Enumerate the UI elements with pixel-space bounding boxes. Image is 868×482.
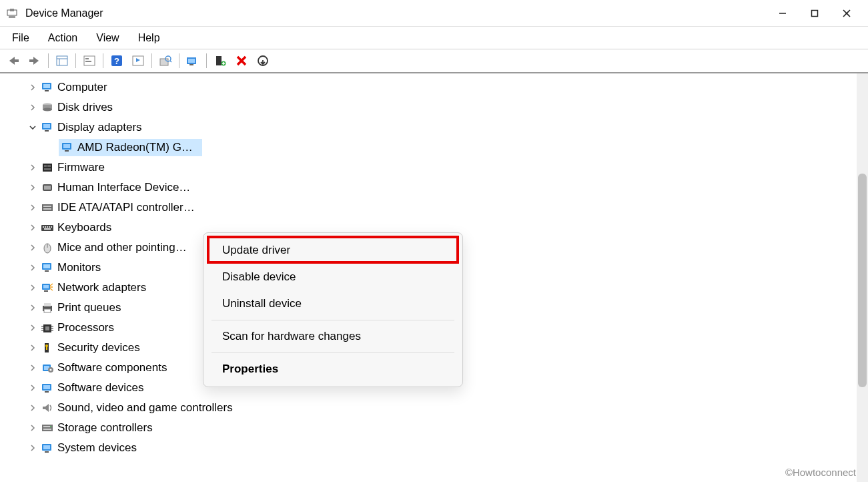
chevron-right-icon[interactable]: [27, 184, 39, 191]
tree-node[interactable]: Display adapters: [0, 117, 868, 138]
hid-icon: [40, 181, 55, 194]
chevron-right-icon[interactable]: [27, 84, 39, 91]
chevron-right-icon[interactable]: [27, 365, 39, 371]
tree-node-label: Computer: [57, 81, 107, 94]
system-icon: [40, 441, 55, 455]
network-icon: [40, 281, 55, 294]
tree-node[interactable]: Firmware: [0, 158, 868, 178]
chevron-right-icon[interactable]: [27, 244, 39, 251]
menu-help[interactable]: Help: [130, 29, 168, 47]
tree-node[interactable]: Human Interface Device…: [0, 178, 868, 198]
monitor-icon: [40, 261, 55, 274]
uninstall-device-icon[interactable]: [232, 51, 251, 70]
svg-rect-70: [44, 309, 51, 312]
chevron-right-icon[interactable]: [27, 224, 39, 231]
svg-rect-25: [216, 56, 222, 65]
minimize-button[interactable]: [767, 1, 799, 25]
tree-node-label: IDE ATA/ATAPI controller…: [57, 201, 195, 214]
chevron-right-icon[interactable]: [27, 164, 39, 171]
vertical-scrollbar[interactable]: [857, 73, 868, 482]
back-icon[interactable]: [4, 51, 23, 70]
chevron-right-icon[interactable]: [27, 425, 39, 431]
svg-rect-47: [44, 168, 51, 170]
tree-node-label: AMD Radeon(TM) G…: [77, 141, 193, 154]
tree-node-label: Storage controllers: [57, 421, 153, 435]
svg-rect-4: [812, 10, 818, 16]
svg-rect-23: [188, 59, 195, 63]
update-driver-icon[interactable]: [183, 51, 202, 70]
tree-node-label: Print queues: [57, 301, 121, 314]
close-button[interactable]: [831, 1, 863, 25]
svg-rect-24: [189, 64, 193, 65]
menubar: File Action View Help: [0, 27, 868, 49]
svg-rect-46: [47, 165, 51, 167]
svg-rect-13: [85, 58, 89, 59]
menu-action[interactable]: Action: [40, 29, 85, 47]
window-controls: [767, 1, 863, 25]
maximize-button[interactable]: [799, 1, 831, 25]
svg-text:?: ?: [114, 56, 119, 66]
tree-node[interactable]: AMD Radeon(TM) G…: [0, 138, 868, 158]
chevron-right-icon[interactable]: [27, 104, 39, 111]
tree-node[interactable]: IDE ATA/ATAPI controller…: [0, 198, 868, 218]
context-disable-device[interactable]: Disable device: [203, 264, 462, 290]
disable-device-circle-icon[interactable]: [254, 51, 272, 70]
properties-panel-icon[interactable]: [80, 51, 99, 70]
svg-rect-63: [43, 264, 50, 268]
chevron-right-icon[interactable]: [27, 284, 39, 291]
chevron-right-icon[interactable]: [27, 304, 39, 311]
tree-node-label: Software components: [57, 361, 167, 375]
svg-rect-33: [43, 84, 50, 88]
svg-rect-81: [46, 346, 47, 350]
forward-icon[interactable]: [25, 51, 44, 70]
chevron-right-icon[interactable]: [27, 264, 39, 271]
svg-marker-18: [136, 58, 140, 62]
scrollbar-thumb[interactable]: [858, 174, 867, 387]
tree-node[interactable]: Sound, video and game controllers: [0, 398, 868, 418]
menu-file[interactable]: File: [4, 29, 37, 47]
tree-node[interactable]: Storage controllers: [0, 418, 868, 438]
monitor-icon: [40, 81, 55, 94]
chevron-right-icon[interactable]: [27, 385, 39, 391]
svg-rect-67: [44, 290, 48, 292]
ide-icon: [40, 201, 55, 214]
svg-rect-43: [65, 150, 69, 152]
chevron-right-icon[interactable]: [27, 344, 39, 351]
firmware-icon: [40, 161, 55, 174]
tree-node[interactable]: System devices: [0, 438, 868, 458]
chevron-right-icon[interactable]: [27, 405, 39, 411]
tree-node-label: Human Interface Device…: [57, 181, 190, 194]
svg-rect-49: [44, 186, 51, 190]
chevron-right-icon[interactable]: [27, 324, 39, 331]
toolbar-separator: [48, 53, 49, 68]
cpu-icon: [40, 321, 55, 334]
context-scan-hardware[interactable]: Scan for hardware changes: [203, 323, 462, 350]
tree-node-label: Disk drives: [57, 101, 113, 114]
display-icon: [40, 121, 55, 134]
menu-view[interactable]: View: [88, 29, 127, 47]
svg-rect-52: [43, 208, 51, 210]
tree-node-label: Security devices: [57, 341, 140, 354]
scan-hardware-icon[interactable]: [156, 51, 175, 70]
security-icon: [40, 341, 55, 354]
toolbar: ?: [0, 49, 868, 73]
tree-node-label: Software devices: [57, 381, 143, 395]
help-icon[interactable]: ?: [107, 51, 126, 70]
context-properties[interactable]: Properties: [203, 356, 462, 383]
context-uninstall-device[interactable]: Uninstall device: [203, 290, 462, 317]
chevron-right-icon[interactable]: [27, 445, 39, 451]
svg-point-92: [50, 426, 51, 427]
tree-node[interactable]: Computer: [0, 77, 868, 97]
svg-rect-34: [45, 90, 49, 91]
disk-icon: [40, 101, 55, 114]
window-title: Device Manager: [25, 7, 103, 19]
tree-node[interactable]: Disk drives: [0, 97, 868, 117]
chevron-right-icon[interactable]: [27, 204, 39, 211]
tree-node-label: Keyboards: [57, 221, 111, 234]
storage-icon: [40, 421, 55, 435]
add-legacy-icon[interactable]: [211, 51, 230, 70]
chevron-down-icon[interactable]: [27, 124, 39, 131]
context-update-driver[interactable]: Update driver: [203, 237, 462, 264]
devices-by-type-icon[interactable]: [129, 51, 147, 70]
details-view-icon[interactable]: [53, 51, 71, 70]
